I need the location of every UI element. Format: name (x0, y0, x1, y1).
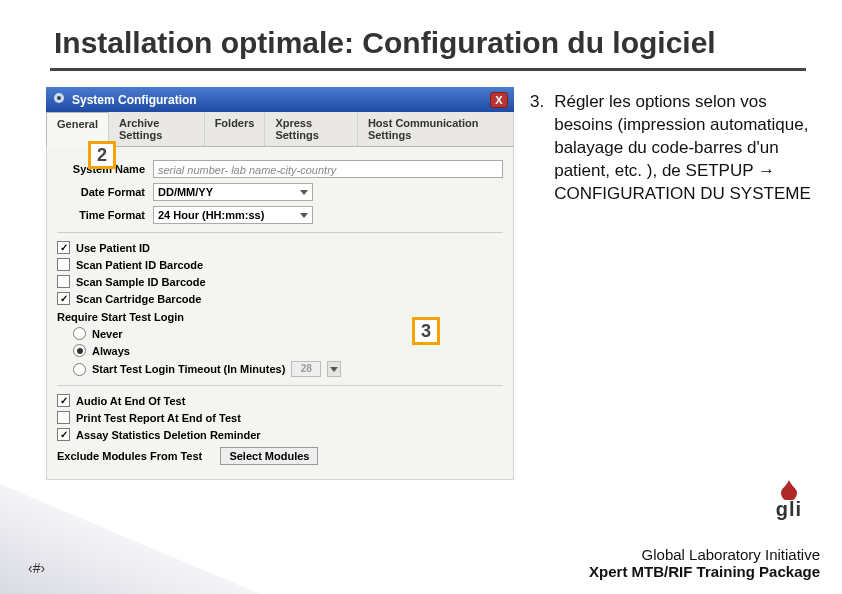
scan-patient-barcode-label: Scan Patient ID Barcode (76, 259, 203, 271)
general-panel: System Name serial number- lab name-city… (46, 147, 514, 480)
tab-strip: General Archive Settings Folders Xpress … (46, 112, 514, 147)
bullet-number: 3. (530, 91, 544, 206)
callout-marker-2: 2 (88, 141, 116, 169)
time-format-dropdown[interactable]: 24 Hour (HH:mm:ss) (153, 206, 313, 224)
timeout-input[interactable]: 28 (291, 361, 321, 377)
checkbox-scan-patient-barcode[interactable] (57, 258, 70, 271)
checkbox-audio-end[interactable]: ✓ (57, 394, 70, 407)
footer: Global Laboratory Initiative Xpert MTB/R… (589, 546, 820, 580)
assay-stats-label: Assay Statistics Deletion Reminder (76, 429, 261, 441)
decorative-triangle (0, 484, 260, 594)
checkbox-assay-stats[interactable]: ✓ (57, 428, 70, 441)
callout-marker-3: 3 (412, 317, 440, 345)
chevron-down-icon (300, 213, 308, 218)
tab-xpress[interactable]: Xpress Settings (265, 112, 358, 146)
footer-line1: Global Laboratory Initiative (589, 546, 820, 563)
gear-icon (52, 91, 66, 108)
tab-host-comm[interactable]: Host Communication Settings (358, 112, 514, 146)
exclude-modules-label: Exclude Modules From Test (57, 450, 202, 462)
content-row: System Configuration X General Archive S… (0, 71, 842, 480)
checkbox-scan-sample-barcode[interactable] (57, 275, 70, 288)
time-format-label: Time Format (57, 209, 145, 221)
dialog-titlebar: System Configuration X (46, 87, 514, 112)
tab-archive[interactable]: Archive Settings (109, 112, 205, 146)
radio-timeout-label: Start Test Login Timeout (In Minutes) (92, 363, 285, 375)
scan-sample-barcode-label: Scan Sample ID Barcode (76, 276, 206, 288)
divider (57, 385, 503, 386)
radio-timeout[interactable] (73, 363, 86, 376)
slide-title: Installation optimale: Configuration du … (0, 0, 842, 68)
radio-always-label: Always (92, 345, 130, 357)
logo-text: gli (776, 498, 802, 521)
tab-folders[interactable]: Folders (205, 112, 266, 146)
checkbox-use-patient-id[interactable]: ✓ (57, 241, 70, 254)
system-name-input[interactable]: serial number- lab name-city-country (153, 160, 503, 178)
chevron-down-icon (330, 367, 338, 372)
screenshot-col: System Configuration X General Archive S… (46, 87, 516, 480)
dialog-title: System Configuration (72, 93, 197, 107)
audio-end-label: Audio At End Of Test (76, 395, 185, 407)
divider (57, 232, 503, 233)
use-patient-id-label: Use Patient ID (76, 242, 150, 254)
require-login-label: Require Start Test Login (57, 311, 184, 323)
chevron-down-icon (300, 190, 308, 195)
radio-always[interactable] (73, 344, 86, 357)
timeout-spinner[interactable] (327, 361, 341, 377)
droplet-icon (773, 478, 805, 500)
svg-point-1 (57, 96, 61, 100)
checkbox-scan-cartridge-barcode[interactable]: ✓ (57, 292, 70, 305)
radio-never-label: Never (92, 328, 123, 340)
date-format-label: Date Format (57, 186, 145, 198)
scan-cartridge-barcode-label: Scan Cartridge Barcode (76, 293, 201, 305)
date-format-dropdown[interactable]: DD/MM/YY (153, 183, 313, 201)
bullet-text: Régler les options selon vos besoins (im… (554, 91, 818, 206)
bullet-text-col: 3. Régler les options selon vos besoins … (530, 87, 818, 480)
date-format-value: DD/MM/YY (158, 186, 213, 198)
time-format-value: 24 Hour (HH:mm:ss) (158, 209, 264, 221)
footer-line2: Xpert MTB/RIF Training Package (589, 563, 820, 580)
checkbox-print-end[interactable] (57, 411, 70, 424)
select-modules-button[interactable]: Select Modules (220, 447, 318, 465)
print-end-label: Print Test Report At End of Test (76, 412, 241, 424)
system-config-dialog: System Configuration X General Archive S… (46, 87, 514, 480)
gli-logo: gli (760, 478, 818, 526)
radio-never[interactable] (73, 327, 86, 340)
close-button[interactable]: X (490, 92, 508, 108)
page-number: ‹#› (28, 560, 45, 576)
